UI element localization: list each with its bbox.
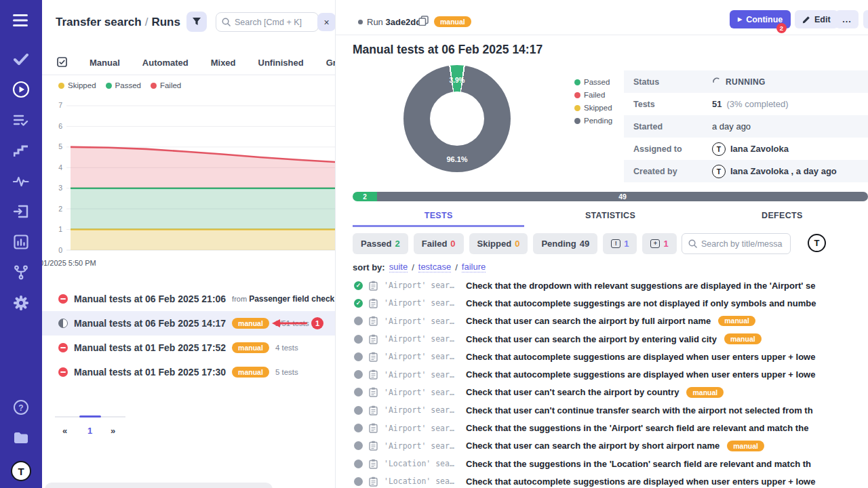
help-icon[interactable]: ? (0, 399, 42, 416)
run-status-table: Status RUNNING Tests 51(3% completed) St… (624, 70, 868, 182)
more-actions-button[interactable]: ... (835, 10, 859, 28)
activity-icon[interactable] (0, 172, 42, 190)
comment-icon: ! (611, 239, 620, 248)
tab-tests[interactable]: TESTS (353, 207, 524, 227)
clipboard-icon (369, 387, 378, 397)
assignee-name[interactable]: Iana Zavoloka (730, 144, 789, 154)
test-row[interactable]: 'Airport' sear… Check that user can't se… (336, 384, 868, 401)
copy-run-id-button[interactable] (418, 16, 429, 28)
test-row[interactable]: 'Airport' sear… Check that the suggestio… (336, 419, 868, 436)
failed-dot (574, 92, 580, 98)
tab-manual[interactable]: Manual (90, 58, 120, 68)
test-title: Check that user can search the airport b… (466, 441, 719, 451)
manual-badge: manual (686, 387, 724, 398)
close-search-button[interactable]: × (317, 13, 336, 31)
test-suite-name: 'Airport' sear… (384, 352, 460, 361)
test-row[interactable]: 'Airport' sear… Check that autocomplete … (336, 365, 868, 383)
steps-icon[interactable] (0, 142, 42, 159)
test-row[interactable]: 'Airport' sear… Check that the dropdown … (336, 277, 868, 294)
test-row[interactable]: 'Airport' sear… Check that user can sear… (336, 330, 868, 348)
assigned-row: Assigned to TIana Zavoloka (624, 138, 868, 160)
tests-row: Tests 51(3% completed) (624, 93, 868, 115)
test-title: Check that user can't search the airport… (466, 387, 679, 397)
run-list-item-selected[interactable]: Manual tests at 06 Feb 2025 14:17 manual… (42, 311, 336, 336)
failed-dot (151, 83, 157, 89)
run-list-item[interactable]: Manual tests at 01 Feb 2025 17:52 manual… (42, 336, 336, 360)
clipboard-icon (369, 476, 378, 487)
pagination-prev[interactable]: « (62, 426, 67, 436)
clipboard-icon (369, 334, 378, 344)
filter-comment-add-button[interactable]: +1 (642, 233, 676, 254)
test-status-icon (354, 406, 363, 415)
filter-skipped-button[interactable]: Skipped0 (469, 233, 528, 254)
filter-passed-button[interactable]: Passed2 (353, 233, 408, 254)
app-window: ? T Transfer search/Runs × Manual (0, 0, 868, 488)
hamburger-icon[interactable] (0, 12, 42, 29)
test-row[interactable]: 'Airport' sear… Check that autocomplete … (336, 294, 868, 312)
filter-failed-button[interactable]: Failed0 (414, 233, 464, 254)
check-icon[interactable] (0, 50, 42, 68)
assignee-avatar: T (712, 142, 726, 156)
test-status-icon (354, 335, 363, 344)
tab-defects[interactable]: DEFECTS (696, 207, 868, 227)
sort-by-suite[interactable]: suite (389, 262, 408, 272)
list-check-icon[interactable] (0, 111, 42, 129)
test-row[interactable]: 'Airport' sear… Check that user can sear… (336, 312, 868, 330)
test-row[interactable]: 'Airport' sear… Check that user can't co… (336, 401, 868, 419)
test-suite-name: 'Airport' sear… (384, 281, 460, 290)
test-title: Check that user can't continue transfer … (466, 405, 813, 415)
runs-filter-tabs: Manual Automated Mixed Unfinished Groups (42, 51, 336, 75)
pagination-page-1[interactable]: 1 (87, 426, 92, 436)
filter-button[interactable] (186, 12, 207, 32)
clipped-button[interactable] (863, 10, 868, 28)
test-row[interactable]: 'Airport' sear… Check that autocomplete … (336, 348, 868, 365)
pending-dot (574, 118, 580, 124)
pagination-next[interactable]: » (111, 426, 115, 436)
tab-groups[interactable]: Groups (326, 58, 336, 68)
select-all-icon[interactable] (57, 57, 67, 69)
bottom-sheet-edge (45, 483, 273, 488)
branch-icon[interactable] (0, 264, 42, 281)
test-suite-name: 'Airport' sear… (384, 317, 460, 326)
tab-unfinished[interactable]: Unfinished (258, 58, 304, 68)
breadcrumb-project[interactable]: Transfer search (56, 16, 142, 28)
runs-search-input[interactable] (235, 18, 309, 27)
sidebar: ? T (0, 0, 42, 488)
gear-icon[interactable] (0, 294, 42, 312)
creator-avatar: T (712, 165, 726, 178)
test-suite-name: 'Airport' sear… (384, 298, 460, 308)
sign-in-icon[interactable] (0, 203, 42, 220)
tab-automated[interactable]: Automated (142, 58, 189, 68)
status-value: RUNNING (726, 77, 766, 87)
creator-name[interactable]: Iana Zavoloka , a day ago (730, 166, 837, 176)
test-status-icon (354, 370, 363, 379)
clipboard-icon (369, 316, 378, 326)
sort-by-failure[interactable]: failure (462, 262, 486, 272)
test-status-icon (354, 460, 363, 468)
test-search-input[interactable] (701, 239, 783, 249)
user-avatar[interactable]: T (0, 460, 42, 483)
test-row[interactable]: 'Airport' sear… Check that user can sear… (336, 437, 868, 455)
run-list-item[interactable]: Manual tests at 01 Feb 2025 17:30 manual… (42, 360, 336, 384)
play-circle-icon[interactable] (0, 81, 42, 98)
folder-icon[interactable] (0, 429, 42, 447)
filter-pending-button[interactable]: Pending49 (533, 233, 597, 254)
clipboard-icon (369, 352, 378, 362)
clipboard-icon (369, 298, 378, 308)
bar-chart-icon[interactable] (0, 233, 42, 251)
run-list-item[interactable]: Manual tests at 06 Feb 2025 21:06 from P… (42, 287, 336, 311)
tab-statistics[interactable]: STATISTICS (524, 207, 696, 227)
edit-button[interactable]: Edit (795, 10, 838, 28)
sort-by-testcase[interactable]: testcase (418, 262, 451, 272)
passed-dot (574, 79, 580, 85)
manual-badge: manual (232, 318, 269, 329)
manual-badge: manual (727, 441, 764, 451)
filter-comments-button[interactable]: !1 (603, 233, 637, 254)
test-row[interactable]: 'Location' sea… Check that autocomplete … (336, 472, 868, 488)
run-test-count: 5 tests (275, 368, 298, 376)
test-title: Check that autocomplete suggestings are … (466, 298, 816, 308)
clipboard-icon (369, 441, 378, 451)
tab-mixed[interactable]: Mixed (211, 58, 236, 68)
test-row[interactable]: 'Location' sea… Check that the suggestio… (336, 455, 868, 472)
user-avatar[interactable]: T (808, 234, 826, 252)
